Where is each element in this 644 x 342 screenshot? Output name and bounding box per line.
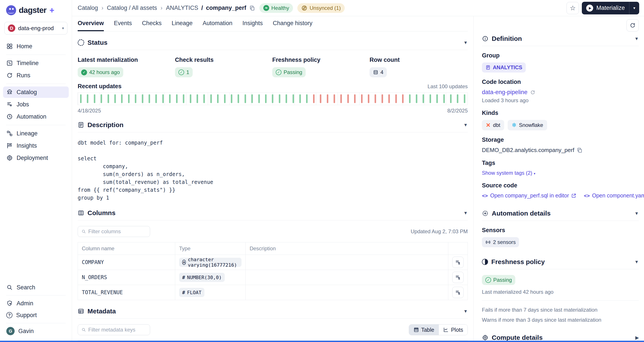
dagster-logo[interactable]: dagster + bbox=[0, 5, 72, 15]
refresh-button[interactable] bbox=[626, 19, 639, 32]
code-location-link[interactable]: data-eng-pipeline bbox=[482, 89, 528, 96]
sidebar-item-admin[interactable]: Admin bbox=[3, 298, 69, 309]
update-bar-success[interactable] bbox=[224, 94, 226, 103]
tab-overview[interactable]: Overview bbox=[78, 16, 104, 31]
unsynced-badge[interactable]: Unsynced (1) bbox=[297, 3, 345, 13]
update-bar-success[interactable] bbox=[464, 94, 465, 103]
sidebar-item-automation[interactable]: Automation bbox=[3, 111, 69, 122]
reload-icon[interactable] bbox=[530, 90, 535, 95]
update-bar-success[interactable] bbox=[135, 94, 136, 103]
sidebar-item-catalog[interactable]: Catalog bbox=[3, 87, 69, 98]
collapse-caret-icon[interactable]: ▼ bbox=[463, 309, 468, 314]
tab-insights[interactable]: Insights bbox=[242, 16, 263, 31]
filter-metadata-field[interactable] bbox=[78, 324, 150, 335]
tab-lineage[interactable]: Lineage bbox=[172, 16, 193, 31]
update-bar-failure[interactable] bbox=[340, 94, 342, 103]
sidebar-item-support[interactable]: ? Support bbox=[3, 309, 69, 321]
update-bar-success[interactable] bbox=[450, 94, 452, 103]
update-bar-success[interactable] bbox=[210, 94, 212, 103]
sidebar-item-jobs[interactable]: Jobs bbox=[3, 99, 69, 110]
check-results-pill[interactable]: ✓ 1 bbox=[175, 67, 193, 77]
table-row[interactable]: TOTAL_REVENUE #FLOAT bbox=[78, 285, 468, 300]
update-bar-success[interactable] bbox=[114, 94, 116, 103]
collapse-caret-icon[interactable]: ▼ bbox=[634, 259, 639, 264]
favorite-button[interactable]: ☆ bbox=[566, 2, 579, 14]
update-bar-success[interactable] bbox=[162, 94, 164, 103]
tab-checks[interactable]: Checks bbox=[142, 16, 162, 31]
collapse-caret-icon[interactable]: ▼ bbox=[634, 36, 639, 41]
column-lineage-button[interactable] bbox=[452, 287, 464, 298]
breadcrumb-catalog[interactable]: Catalog bbox=[78, 5, 98, 11]
toggle-table[interactable]: Table bbox=[409, 324, 439, 335]
update-bar-failure[interactable] bbox=[382, 94, 383, 103]
update-bar-success[interactable] bbox=[436, 94, 438, 103]
column-lineage-button[interactable] bbox=[452, 257, 464, 268]
kind-pill-snowflake[interactable]: ❄ Snowflake bbox=[508, 120, 547, 130]
expand-caret-icon[interactable]: ▶ bbox=[636, 335, 639, 340]
breadcrumb-group[interactable]: ANALYTICS bbox=[166, 5, 198, 11]
update-bar-success[interactable] bbox=[279, 94, 280, 103]
copy-icon[interactable] bbox=[249, 5, 255, 11]
update-bar-success[interactable] bbox=[94, 94, 95, 103]
update-bar-success[interactable] bbox=[87, 94, 88, 103]
update-bar-failure[interactable] bbox=[354, 94, 356, 103]
update-bar-success[interactable] bbox=[169, 94, 170, 103]
update-bar-success[interactable] bbox=[203, 94, 205, 103]
freshness-pill[interactable]: ✓ Passing bbox=[272, 67, 306, 77]
user-menu[interactable]: G Gavin bbox=[3, 325, 69, 337]
update-bar-success[interactable] bbox=[443, 94, 445, 103]
sidebar-item-search[interactable]: Search bbox=[3, 282, 69, 293]
update-bar-success[interactable] bbox=[80, 94, 82, 103]
table-row[interactable]: N_ORDERS #NUMBER(30,0) bbox=[78, 270, 468, 285]
collapse-caret-icon[interactable]: ▼ bbox=[634, 211, 639, 216]
update-bar-success[interactable] bbox=[196, 94, 198, 103]
update-bar-success[interactable] bbox=[272, 94, 273, 103]
sensors-pill[interactable]: 2 sensors bbox=[482, 237, 519, 247]
collapse-caret-icon[interactable]: ▼ bbox=[463, 123, 468, 128]
column-lineage-button[interactable] bbox=[452, 272, 464, 283]
filter-columns-field[interactable] bbox=[78, 226, 150, 237]
deployment-switcher[interactable]: D data-eng-prod ▾ bbox=[4, 22, 68, 35]
update-bar-failure[interactable] bbox=[347, 94, 349, 103]
update-bar-success[interactable] bbox=[217, 94, 218, 103]
materialize-dropdown[interactable]: ▾ bbox=[630, 6, 639, 11]
sidebar-item-home[interactable]: Home bbox=[3, 41, 69, 52]
update-bar-success[interactable] bbox=[306, 94, 308, 103]
health-status-badge[interactable]: Healthy bbox=[260, 3, 293, 13]
update-bar-success[interactable] bbox=[148, 94, 150, 103]
sidebar-item-lineage[interactable]: Lineage bbox=[3, 128, 69, 139]
update-bar-success[interactable] bbox=[265, 94, 266, 103]
update-bar-success[interactable] bbox=[286, 94, 287, 103]
collapse-caret-icon[interactable]: ▼ bbox=[463, 40, 468, 45]
update-bar-failure[interactable] bbox=[334, 94, 335, 103]
update-bar-failure[interactable] bbox=[395, 94, 397, 103]
sidebar-item-timeline[interactable]: Timeline bbox=[3, 58, 69, 69]
update-bar-success[interactable] bbox=[422, 94, 424, 103]
update-bar-success[interactable] bbox=[190, 94, 191, 103]
breadcrumb-all-assets[interactable]: Catalog / All assets bbox=[107, 5, 157, 11]
update-bar-success[interactable] bbox=[238, 94, 239, 103]
update-bar-success[interactable] bbox=[430, 94, 431, 103]
sidebar-item-runs[interactable]: Runs bbox=[3, 70, 69, 81]
filter-metadata-input[interactable] bbox=[88, 327, 146, 333]
collapse-caret-icon[interactable]: ▼ bbox=[463, 210, 468, 216]
update-bar-failure[interactable] bbox=[374, 94, 376, 103]
kind-pill-dbt[interactable]: ✕ dbt bbox=[482, 120, 504, 130]
update-bar-success[interactable] bbox=[121, 94, 122, 103]
group-pill[interactable]: ANALYTICS bbox=[482, 63, 526, 73]
sidebar-item-insights[interactable]: Insights bbox=[3, 140, 69, 151]
materialize-button[interactable]: ▶ Materialize ▾ bbox=[582, 2, 639, 15]
row-count-pill[interactable]: 4 bbox=[370, 67, 387, 77]
filter-columns-input[interactable] bbox=[88, 228, 146, 235]
sidebar-item-deployment[interactable]: Deployment bbox=[3, 152, 69, 164]
update-bar-success[interactable] bbox=[416, 94, 417, 103]
update-bar-success[interactable] bbox=[251, 94, 253, 103]
open-sql-link[interactable]: <> Open company_perf.sql in editor bbox=[482, 192, 576, 199]
update-bar-success[interactable] bbox=[409, 94, 410, 103]
copy-icon[interactable] bbox=[577, 147, 582, 153]
update-bar-failure[interactable] bbox=[320, 94, 321, 103]
show-system-tags-link[interactable]: Show system tags (2) ▾ bbox=[482, 170, 639, 176]
update-bar-failure[interactable] bbox=[388, 94, 390, 103]
update-bar-success[interactable] bbox=[457, 94, 458, 103]
update-bar-success[interactable] bbox=[183, 94, 184, 103]
